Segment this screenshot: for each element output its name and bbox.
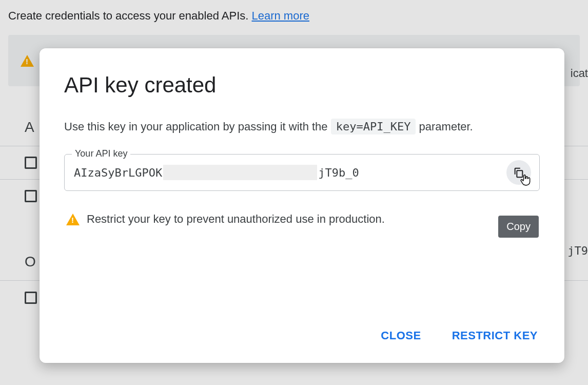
copy-button[interactable] <box>506 160 531 185</box>
key-suffix: jT9b_0 <box>318 166 359 179</box>
desc-text-after: parameter. <box>419 120 473 133</box>
dialog-description: Use this key in your application by pass… <box>64 120 540 133</box>
truncated-key-text: jT9 <box>567 244 588 257</box>
select-all-checkbox[interactable] <box>25 292 37 304</box>
select-all-checkbox[interactable] <box>25 157 37 169</box>
restrict-key-button[interactable]: RESTRICT KEY <box>450 325 540 346</box>
dialog-actions: CLOSE RESTRICT KEY <box>64 315 540 346</box>
close-button[interactable]: CLOSE <box>379 325 423 346</box>
intro-text: Create credentials to access your enable… <box>8 9 251 22</box>
row-checkbox[interactable] <box>25 190 37 202</box>
api-key-field[interactable]: Your API key AIzaSyBrLGPOKjT9b_0 <box>64 154 540 191</box>
desc-code-param: key=API_KEY <box>331 119 416 134</box>
warning-icon <box>21 55 34 67</box>
warning-icon <box>66 214 80 225</box>
api-key-value[interactable]: AIzaSyBrLGPOKjT9b_0 <box>74 165 506 180</box>
warning-text: Restrict your key to prevent unauthorize… <box>87 213 385 226</box>
field-legend: Your API key <box>72 148 130 159</box>
desc-text-before: Use this key in your application by pass… <box>64 120 331 133</box>
copy-icon <box>513 167 524 178</box>
key-prefix: AIzaSyBrLGPOK <box>74 166 162 179</box>
key-redacted-middle <box>163 165 317 180</box>
truncated-text: icat <box>571 67 588 80</box>
learn-more-link[interactable]: Learn more <box>251 9 309 22</box>
svg-rect-0 <box>517 170 522 177</box>
page-intro: Create credentials to access your enable… <box>0 0 588 35</box>
restrict-warning: Restrict your key to prevent unauthorize… <box>64 213 540 226</box>
dialog-title: API key created <box>64 73 540 98</box>
copy-tooltip: Copy <box>498 216 539 238</box>
api-key-created-dialog: API key created Use this key in your app… <box>40 48 564 363</box>
